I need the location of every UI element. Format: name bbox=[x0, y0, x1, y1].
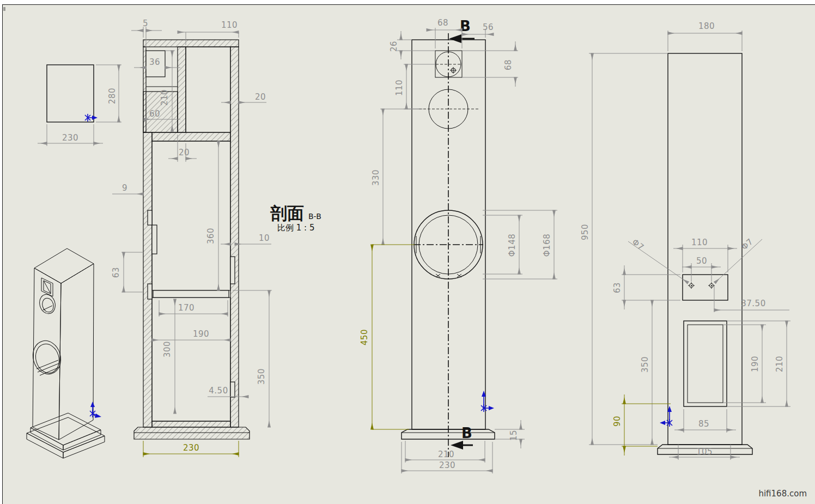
origin-marker-front[interactable] bbox=[481, 391, 494, 412]
dim-back-width[interactable]: 180 bbox=[698, 21, 715, 31]
origin-marker-top-view[interactable] bbox=[85, 114, 98, 122]
dim-front-tweeter-edge[interactable]: 56 bbox=[483, 22, 494, 32]
dim-back-base-dim[interactable]: 105 bbox=[696, 447, 713, 457]
dim-back-hole-left[interactable]: Φ7 bbox=[630, 237, 646, 252]
section-view: 5 110 36 210 60 20 20 9 360 10 63 170 19… bbox=[111, 19, 272, 457]
dim-front-tweeter-width[interactable]: 68 bbox=[437, 18, 448, 28]
dim-back-plate-height[interactable]: 63 bbox=[612, 282, 622, 293]
dim-section-shelf[interactable]: 170 bbox=[178, 303, 194, 313]
section-letter-bottom: B bbox=[461, 425, 472, 441]
dim-section-upper-height[interactable]: 210 bbox=[160, 89, 169, 106]
cad-window: 280 230 bbox=[0, 0, 815, 504]
tweeter-target-mark bbox=[450, 67, 457, 74]
section-arrow-bottom: B bbox=[451, 425, 473, 450]
dim-front-tweeter-height[interactable]: 68 bbox=[503, 59, 513, 70]
dim-section-divider[interactable]: 20 bbox=[179, 148, 190, 157]
dim-section-step[interactable]: 9 bbox=[122, 183, 127, 193]
scroll-artifact bbox=[3, 7, 5, 11]
dim-front-base-top[interactable]: 210 bbox=[438, 450, 454, 459]
dim-back-port-offset[interactable]: 37.50 bbox=[741, 299, 765, 308]
dim-section-base-width[interactable]: 230 bbox=[183, 443, 199, 453]
dim-front-base-width[interactable]: 230 bbox=[439, 460, 455, 470]
dim-back-port-outer-h[interactable]: 210 bbox=[775, 356, 784, 372]
dim-back-plate-width[interactable]: 110 bbox=[691, 238, 708, 247]
dim-section-top-lip[interactable]: 5 bbox=[143, 19, 148, 28]
dim-section-inner-width[interactable]: 190 bbox=[193, 329, 209, 339]
dim-back-hole-spacing[interactable]: 50 bbox=[696, 256, 707, 266]
dim-front-woofer-inner[interactable]: Φ148 bbox=[507, 234, 517, 257]
drawing-canvas[interactable]: 280 230 bbox=[2, 4, 815, 504]
dim-top-view-height[interactable]: 280 bbox=[107, 88, 117, 104]
dim-section-top-width[interactable]: 110 bbox=[221, 20, 238, 30]
section-title: 剖面 B-B 比例 1 : 5 bbox=[270, 203, 321, 233]
dim-front-base-thickness[interactable]: 15 bbox=[509, 430, 519, 441]
terminal-hole-left bbox=[688, 282, 695, 289]
dim-back-plate-base[interactable]: 350 bbox=[640, 356, 650, 373]
dim-top-view-width[interactable]: 230 bbox=[62, 133, 78, 143]
dim-section-lower-left[interactable]: 63 bbox=[111, 267, 121, 278]
dim-section-lower-right[interactable]: 350 bbox=[257, 368, 266, 385]
dim-section-lower-height[interactable]: 300 bbox=[162, 341, 172, 357]
front-view: B B 68 56 26 110 68 330 450 Φ148 Φ168 15… bbox=[360, 18, 557, 473]
dim-section-sixty[interactable]: 60 bbox=[149, 109, 160, 119]
dim-back-height[interactable]: 950 bbox=[580, 224, 590, 240]
dim-front-tweeter-mid[interactable]: 110 bbox=[394, 80, 404, 96]
dim-section-right-wall[interactable]: 20 bbox=[255, 92, 266, 102]
drawing-sheet: 280 230 bbox=[3, 5, 815, 504]
dim-back-port-base[interactable]: 90 bbox=[612, 416, 622, 427]
section-scale-text: 比例 1 : 5 bbox=[277, 223, 314, 233]
dim-front-woofer-outer[interactable]: Φ168 bbox=[542, 234, 552, 257]
terminal-hole-right bbox=[708, 282, 715, 289]
back-view: 180 950 Φ7 Φ7 110 50 63 37.50 190 210 35… bbox=[580, 21, 790, 460]
isometric-view bbox=[27, 248, 105, 458]
origin-marker-iso[interactable] bbox=[90, 402, 101, 418]
dim-front-top-offset[interactable]: 26 bbox=[389, 41, 399, 52]
watermark: hifi168.com bbox=[758, 489, 807, 499]
section-letter-top: B bbox=[460, 18, 471, 34]
dim-front-mid-woofer[interactable]: 330 bbox=[371, 169, 381, 186]
dim-back-port-width[interactable]: 85 bbox=[698, 419, 709, 429]
section-title-text: 剖面 bbox=[270, 203, 304, 223]
dim-section-pocket[interactable]: 36 bbox=[149, 57, 160, 67]
dim-front-woofer-base[interactable]: 450 bbox=[360, 329, 369, 345]
dim-section-panel[interactable]: 4.50 bbox=[209, 386, 228, 396]
dim-section-board[interactable]: 10 bbox=[259, 233, 270, 243]
section-ref-text: B-B bbox=[308, 212, 321, 221]
origin-marker-back[interactable] bbox=[660, 406, 672, 427]
dim-back-port-inner-h[interactable]: 190 bbox=[750, 356, 760, 372]
dim-section-mid-height[interactable]: 360 bbox=[206, 228, 216, 244]
top-view: 280 230 bbox=[38, 65, 121, 146]
